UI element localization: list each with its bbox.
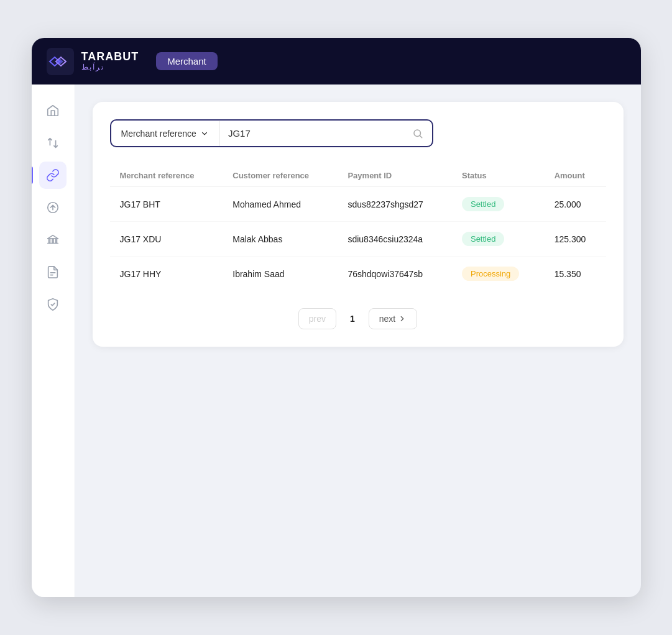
col-customer-ref: Customer reference (223, 165, 338, 187)
cell-status: Settled (452, 222, 545, 257)
sidebar-item-documents[interactable] (39, 258, 67, 286)
filter-label: Merchant reference (121, 129, 196, 139)
chevron-down-icon (200, 129, 209, 138)
data-table-wrapper: Merchant reference Customer reference Pa… (110, 165, 606, 291)
pagination-current-page: 1 (341, 309, 364, 329)
col-merchant-ref: Merchant reference (110, 165, 223, 187)
sidebar-item-upload[interactable] (39, 194, 67, 221)
status-badge: Settled (462, 232, 504, 246)
cell-payment-id: sdiu8346csiu2324a (338, 222, 452, 257)
sidebar-item-links[interactable] (39, 162, 67, 189)
pagination: prev 1 next (110, 308, 606, 329)
links-icon (46, 168, 60, 182)
cell-payment-id: 76shdqowi37647sb (338, 257, 452, 291)
next-label: next (379, 314, 395, 324)
bank-icon (46, 233, 60, 247)
main-card: Merchant reference (93, 102, 624, 347)
search-button[interactable] (403, 123, 432, 144)
search-bar[interactable]: Merchant reference (110, 119, 433, 147)
home-icon (46, 104, 60, 117)
documents-icon (46, 265, 60, 279)
cell-merchant-ref: JG17 BHT (110, 187, 223, 222)
svg-line-8 (420, 135, 421, 137)
cell-amount: 15.350 (545, 257, 606, 291)
logo-subtext: تراَبط (81, 63, 139, 71)
tarabut-logo-icon (47, 48, 74, 75)
cell-status: Processing (452, 257, 545, 291)
cell-status: Settled (452, 187, 545, 222)
col-status: Status (452, 165, 545, 187)
merchant-badge: Merchant (156, 52, 218, 70)
table-header: Merchant reference Customer reference Pa… (110, 165, 606, 187)
search-icon (412, 128, 423, 139)
sidebar (32, 85, 75, 597)
pagination-prev-button[interactable]: prev (298, 308, 336, 329)
transfers-icon (46, 136, 60, 150)
cell-payment-id: sdus82237shgsd27 (338, 187, 452, 222)
prev-label: prev (309, 314, 326, 324)
status-badge: Processing (462, 267, 519, 281)
sidebar-item-bank[interactable] (39, 226, 67, 254)
upload-icon (46, 201, 60, 214)
sidebar-item-security[interactable] (39, 291, 67, 318)
main-content: Merchant reference (75, 85, 641, 597)
table-body: JG17 BHT Mohamed Ahmed sdus82237shgsd27 … (110, 187, 606, 291)
logo-text: TARABUT (81, 51, 139, 63)
payments-table: Merchant reference Customer reference Pa… (110, 165, 606, 291)
status-badge: Settled (462, 197, 504, 211)
cell-merchant-ref: JG17 HHY (110, 257, 223, 291)
sidebar-item-home[interactable] (39, 97, 67, 124)
top-navigation: TARABUT تراَبط Merchant (32, 38, 641, 85)
chevron-right-icon (398, 314, 407, 323)
cell-customer-ref: Malak Abbas (223, 222, 338, 257)
pagination-next-button[interactable]: next (369, 308, 417, 329)
cell-customer-ref: Ibrahim Saad (223, 257, 338, 291)
search-input[interactable] (219, 121, 403, 146)
table-row[interactable]: JG17 XDU Malak Abbas sdiu8346csiu2324a S… (110, 222, 606, 257)
sidebar-item-transfers[interactable] (39, 129, 67, 157)
col-payment-id: Payment ID (338, 165, 452, 187)
cell-merchant-ref: JG17 XDU (110, 222, 223, 257)
cell-amount: 125.300 (545, 222, 606, 257)
cell-customer-ref: Mohamed Ahmed (223, 187, 338, 222)
table-row[interactable]: JG17 HHY Ibrahim Saad 76shdqowi37647sb P… (110, 257, 606, 291)
col-amount: Amount (545, 165, 606, 187)
table-row[interactable]: JG17 BHT Mohamed Ahmed sdus82237shgsd27 … (110, 187, 606, 222)
cell-amount: 25.000 (545, 187, 606, 222)
shield-icon (46, 298, 60, 311)
search-filter-dropdown[interactable]: Merchant reference (111, 121, 219, 146)
logo-area: TARABUT تراَبط Merchant (47, 48, 218, 75)
